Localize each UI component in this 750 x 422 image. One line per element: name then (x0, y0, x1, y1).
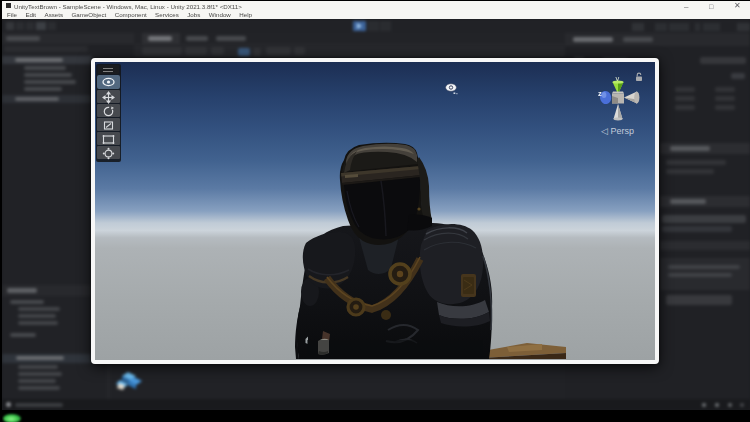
svg-text:z: z (598, 89, 602, 98)
